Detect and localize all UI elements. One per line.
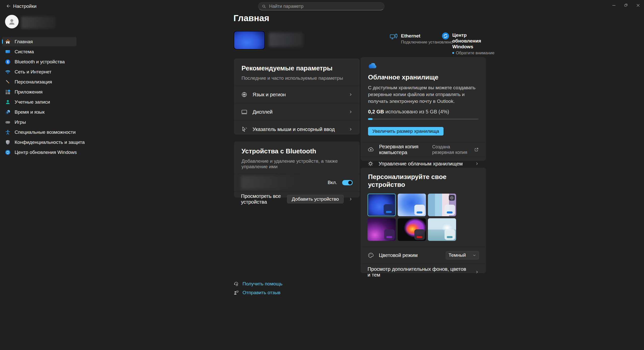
- restore-button[interactable]: [620, 0, 632, 11]
- chevron-right-icon: [475, 162, 479, 166]
- sidebar-item-gaming[interactable]: Игры: [2, 117, 76, 127]
- palette-icon: [368, 252, 374, 258]
- card-title: Устройства с Bluetooth: [242, 147, 352, 155]
- update-title: Центр обновления Windows: [452, 32, 488, 50]
- settings-window: Настройки: [0, 0, 644, 350]
- personalize-card: Персонализируйте свое устройство: [361, 168, 486, 273]
- sidebar-item-label: Персонализация: [15, 79, 52, 85]
- sidebar-item-label: Система: [15, 49, 34, 55]
- sidebar-item-label: Главная: [15, 39, 33, 45]
- update-subtitle: Обратите внимание: [456, 51, 494, 55]
- send-feedback-link[interactable]: Отправить отзыв: [233, 290, 283, 295]
- cloud-storage-card: Облачное хранилище С доступным хранилище…: [361, 57, 486, 161]
- theme-thumbnail-windows-dark[interactable]: [368, 194, 396, 216]
- send-feedback-label: Отправить отзыв: [243, 290, 280, 295]
- paintbrush-icon: [5, 79, 11, 85]
- display-icon: [241, 109, 248, 115]
- upgrade-storage-button[interactable]: Увеличить размер хранилища: [368, 127, 444, 136]
- sidebar-nav: Главная Система Bluetooth и устройства С…: [2, 36, 76, 158]
- user-name-redacted: [21, 17, 55, 29]
- row-label: Управление облачным хранилищем: [379, 161, 470, 167]
- svg-text:?: ?: [236, 284, 237, 286]
- pc-backup-row[interactable]: Резервная копия компьютера Создана резер…: [361, 142, 486, 157]
- sidebar-item-label: Время и язык: [15, 109, 45, 115]
- toggle-knob: [348, 181, 352, 185]
- back-button[interactable]: [4, 2, 14, 10]
- sidebar-item-label: Учетные записи: [15, 99, 50, 105]
- page-title: Главная: [233, 13, 269, 23]
- avatar[interactable]: [5, 15, 19, 28]
- theme-grid: [368, 194, 486, 241]
- sidebar-item-accounts[interactable]: Учетные записи: [2, 97, 76, 107]
- row-label: Язык и регион: [253, 92, 344, 98]
- sidebar-item-label: Сеть и Интернет: [15, 69, 51, 75]
- sidebar-item-home[interactable]: Главная: [2, 37, 76, 46]
- sidebar-item-privacy[interactable]: Конфиденциальность и защита: [2, 138, 76, 147]
- sidebar-item-network[interactable]: Сеть и Интернет: [2, 67, 76, 76]
- row-display[interactable]: Дисплей: [234, 103, 359, 120]
- sidebar-item-personalization[interactable]: Персонализация: [2, 77, 76, 86]
- theme-mini-window: [414, 205, 425, 215]
- get-help-label: Получить помощь: [243, 281, 283, 287]
- sidebar-item-accessibility[interactable]: Специальные возможности: [2, 127, 76, 137]
- sidebar-item-label: Центр обновления Windows: [15, 150, 77, 155]
- theme-thumbnail-light-landscape[interactable]: [428, 218, 456, 241]
- device-thumbnail[interactable]: [233, 31, 265, 50]
- theme-mini-window: [384, 204, 394, 215]
- spotlight-badge-icon: [449, 195, 455, 201]
- add-device-button[interactable]: Добавить устройство: [287, 195, 344, 203]
- get-help-link[interactable]: ? Получить помощь: [233, 281, 283, 287]
- toggle-label: Вкл.: [328, 180, 337, 185]
- bluetooth-devices-card: Устройства с Bluetooth Добавление и удал…: [234, 142, 359, 197]
- browse-themes-row[interactable]: Просмотр дополнительных фонов, цветов и …: [361, 264, 486, 280]
- svg-text:A: A: [244, 93, 245, 96]
- recommended-settings-card: Рекомендуемые параметры Последние и част…: [234, 59, 359, 135]
- windows-update-icon: [442, 32, 449, 40]
- sidebar: Главная Система Bluetooth и устройства С…: [0, 12, 78, 350]
- sidebar-item-bluetooth[interactable]: Bluetooth и устройства: [2, 57, 76, 66]
- gamepad-icon: [5, 119, 11, 125]
- row-label: Резервная копия компьютера: [379, 144, 427, 155]
- close-button[interactable]: [632, 0, 644, 11]
- footer-links: ? Получить помощь Отправить отзыв: [233, 281, 283, 295]
- minimize-button[interactable]: [608, 0, 620, 11]
- row-language-region[interactable]: A Язык и регион: [234, 86, 359, 103]
- restore-icon: [624, 3, 628, 8]
- sidebar-item-time-language[interactable]: Время и язык: [2, 107, 76, 117]
- accessibility-icon: [5, 129, 11, 135]
- help-headset-icon: ?: [233, 281, 239, 287]
- row-label: Дисплей: [253, 109, 344, 115]
- theme-mini-window: [414, 229, 425, 240]
- color-mode-value: Темный: [449, 252, 466, 258]
- card-title: Облачное хранилище: [368, 73, 478, 81]
- back-arrow-icon: [6, 4, 11, 9]
- sidebar-item-windows-update[interactable]: Центр обновления Windows: [2, 148, 76, 157]
- ethernet-icon: [389, 33, 398, 45]
- theme-thumbnail-purple-glow[interactable]: [368, 218, 396, 241]
- view-all-devices-row[interactable]: Просмотреть все устройства Добавить устр…: [234, 191, 359, 207]
- windows-update-status[interactable]: Центр обновления Windows Обратите вниман…: [442, 32, 494, 55]
- apps-icon: [5, 89, 11, 95]
- row-mouse-pointer[interactable]: Указатель мыши и сенсорный ввод: [234, 120, 359, 138]
- sidebar-item-label: Игры: [15, 119, 26, 125]
- app-title: Настройки: [13, 4, 36, 9]
- theme-thumbnail-windows-light[interactable]: [398, 194, 426, 216]
- home-icon: [5, 39, 11, 45]
- sidebar-item-system[interactable]: Система: [2, 47, 76, 56]
- theme-thumbnail-spotlight[interactable]: [428, 194, 456, 216]
- sidebar-item-apps[interactable]: Приложения: [2, 87, 76, 97]
- external-link-icon: [474, 147, 479, 152]
- bluetooth-toggle[interactable]: [342, 180, 353, 185]
- theme-mini-window: [445, 229, 455, 240]
- chevron-down-icon: [472, 253, 476, 257]
- color-mode-select[interactable]: Темный: [446, 251, 479, 259]
- system-icon: [5, 49, 11, 55]
- color-mode-label: Цветовой режим: [379, 252, 441, 258]
- theme-thumbnail-dark-floral[interactable]: [398, 218, 426, 241]
- windows-update-icon: [5, 150, 11, 155]
- search-input[interactable]: [269, 4, 381, 9]
- theme-mini-window: [445, 205, 455, 215]
- cloud-description: С доступным хранилищем вы можете создава…: [368, 84, 478, 105]
- card-title: Рекомендуемые параметры: [242, 64, 352, 72]
- color-mode-row: Цветовой режим Темный: [361, 247, 486, 264]
